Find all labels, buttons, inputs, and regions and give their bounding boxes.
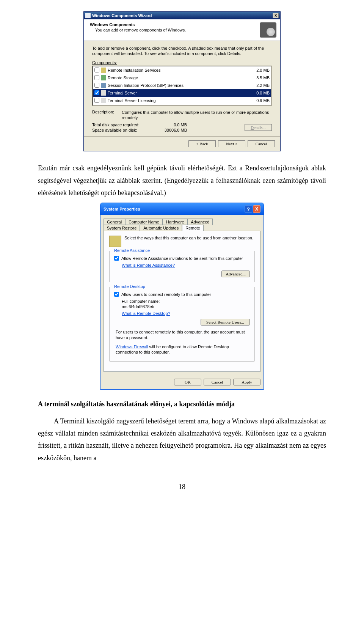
cancel-button[interactable]: Cancel [248, 140, 275, 147]
component-name: Remote Storage [108, 75, 245, 80]
component-checkbox[interactable] [94, 90, 99, 95]
close-icon: X [255, 206, 258, 212]
tabstrip-row2: System Restore Automatic Updates Remote [104, 224, 260, 231]
components-wizard-dialog: Windows Components Wizard X Windows Comp… [83, 11, 281, 151]
tab-content-remote: Select the ways that this computer can b… [104, 231, 260, 371]
allow-remote-desktop-label: Allow users to connect remotely to this … [121, 292, 211, 297]
disk-required-label: Total disk space required: [92, 123, 157, 127]
disk-available-value: 30806.8 MB [157, 128, 187, 132]
component-checkbox[interactable] [94, 68, 99, 72]
remote-desktop-title: Remote Desktop [113, 284, 147, 289]
component-icon [101, 75, 106, 80]
disk-required-value: 0.0 MB [157, 123, 187, 127]
sysprops-title: System Properties [104, 207, 140, 211]
components-listbox[interactable]: Remote Installation Services 2.0 MB Remo… [92, 66, 272, 106]
tab-system-restore[interactable]: System Restore [104, 225, 140, 231]
remote-assistance-group: Remote Assistance Allow Remote Assistanc… [109, 251, 255, 282]
tabstrip-row1: General Computer Name Hardware Advanced [104, 218, 260, 225]
component-size: 2.2 MB [247, 83, 270, 88]
ok-button[interactable]: OK [174, 379, 201, 385]
close-button[interactable]: X [273, 13, 279, 18]
component-size: 3.5 MB [247, 75, 270, 80]
page-number: 18 [38, 483, 326, 491]
back-button[interactable]: < Back [188, 140, 216, 147]
wizard-header-icon [260, 22, 276, 38]
component-checkbox[interactable] [94, 75, 99, 80]
component-icon [101, 83, 106, 88]
allow-remote-desktop-checkbox[interactable] [114, 292, 119, 297]
tab-computer-name[interactable]: Computer Name [125, 219, 163, 225]
component-size: 0.9 MB [247, 98, 270, 103]
component-checkbox[interactable] [94, 98, 99, 103]
tab-advanced[interactable]: Advanced [188, 219, 213, 225]
component-row-selected[interactable]: Terminal Server 0.0 MB [93, 89, 271, 97]
close-icon: X [275, 14, 277, 18]
wizard-header: Windows Components You can add or remove… [84, 19, 280, 41]
tab-general[interactable]: General [104, 219, 125, 225]
tab-hardware[interactable]: Hardware [163, 219, 188, 225]
remote-tab-icon [109, 236, 121, 247]
components-label: Components: [92, 60, 117, 65]
paragraph-2: A Terminál kiszolgáló nagyszerű lehetősé… [38, 415, 326, 464]
remote-assistance-title: Remote Assistance [113, 248, 151, 253]
windows-firewall-link[interactable]: Windows Firewall [116, 344, 148, 349]
component-row[interactable]: Remote Installation Services 2.0 MB [93, 66, 271, 74]
component-checkbox[interactable] [94, 83, 99, 88]
tab-remote[interactable]: Remote [182, 225, 204, 231]
wizard-title: Windows Components Wizard [92, 13, 152, 18]
component-row[interactable]: Remote Storage 3.5 MB [93, 74, 271, 82]
component-name: Terminal Server Licensing [108, 98, 245, 103]
component-icon [101, 90, 106, 96]
component-row[interactable]: Terminal Server Licensing 0.9 MB [93, 97, 271, 104]
component-name: Remote Installation Services [108, 68, 245, 72]
select-remote-users-button[interactable]: Select Remote Users... [201, 319, 250, 326]
what-is-remote-assistance-link[interactable]: What is Remote Assistance? [122, 263, 175, 267]
wizard-header-title: Windows Components [90, 22, 186, 27]
remote-assistance-advanced-button[interactable]: Advanced... [221, 271, 250, 277]
description-value: Configures this computer to allow multip… [122, 110, 272, 121]
remote-desktop-group: Remote Desktop Allow users to connect re… [109, 287, 255, 361]
wizard-instructions: To add or remove a component, click the … [92, 46, 272, 57]
system-properties-dialog: System Properties ? X General Computer N… [100, 203, 264, 389]
remote-desktop-firewall-note: Windows Firewall will be configured to a… [116, 344, 248, 355]
paragraph-1: Ezután már csak engedélyeznünk kell gépü… [38, 162, 326, 199]
wizard-title-icon [85, 13, 91, 18]
apply-button[interactable]: Apply [233, 379, 260, 385]
full-computer-name-value: ms-6f4daf9378eb [122, 304, 250, 309]
wizard-header-subtitle: You can add or remove components of Wind… [95, 28, 186, 32]
allow-remote-assistance-checkbox[interactable] [114, 256, 119, 261]
cancel-button[interactable]: Cancel [204, 379, 231, 385]
component-size: 0.0 MB [247, 91, 270, 95]
section-heading: A terminál szolgáltatás használatának el… [38, 400, 326, 408]
full-computer-name-label: Full computer name: [122, 299, 250, 304]
component-name: Terminal Server [108, 91, 245, 95]
component-size: 2.0 MB [247, 68, 270, 72]
component-row[interactable]: Session Initiation Protocol (SIP) Servic… [93, 82, 271, 89]
tab-automatic-updates[interactable]: Automatic Updates [140, 225, 182, 231]
close-button[interactable]: X [253, 205, 260, 213]
description-label: Description: [92, 110, 122, 121]
help-button[interactable]: ? [245, 205, 252, 213]
next-button[interactable]: Next > [218, 140, 245, 147]
wizard-titlebar[interactable]: Windows Components Wizard X [84, 12, 280, 19]
sysprops-titlebar[interactable]: System Properties ? X [100, 203, 264, 215]
component-icon [101, 98, 106, 103]
component-icon [101, 68, 106, 73]
disk-available-label: Space available on disk: [92, 128, 157, 132]
remote-tab-lead: Select the ways that this computer can b… [124, 236, 253, 240]
allow-remote-assistance-label: Allow Remote Assistance invitations to b… [121, 256, 243, 261]
help-icon: ? [247, 206, 250, 212]
details-button[interactable]: Details... [245, 124, 272, 131]
what-is-remote-desktop-link[interactable]: What is Remote Desktop? [122, 311, 170, 316]
remote-desktop-password-note: For users to connect remotely to this co… [116, 329, 248, 340]
component-name: Session Initiation Protocol (SIP) Servic… [108, 83, 245, 88]
